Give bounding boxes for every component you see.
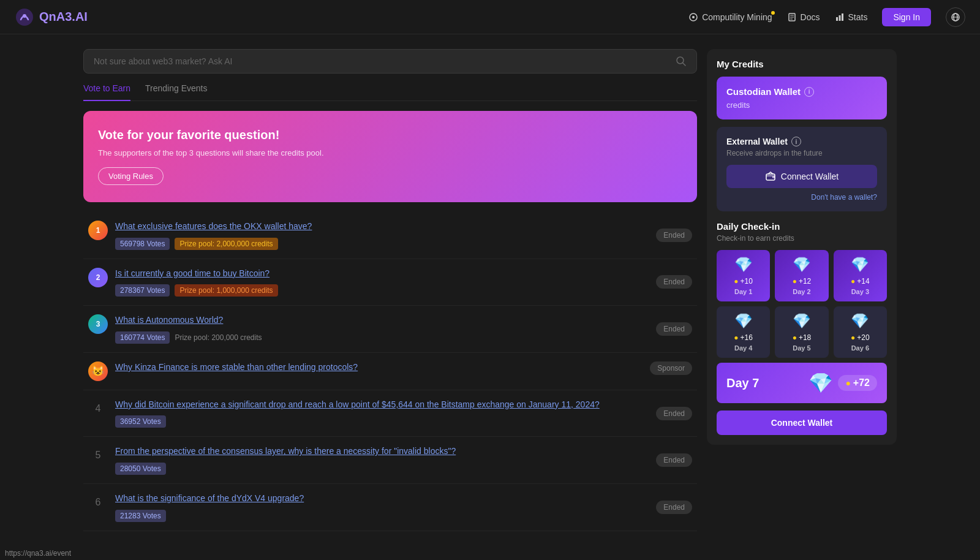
nav-stats[interactable]: Stats [835,12,868,22]
question-meta: 21283 Votes [115,510,692,522]
voting-rules-button[interactable]: Voting Rules [98,167,164,185]
checkin-grid: 💎 ● +10 Day 1 💎 ● +12 [717,250,887,358]
checkin-day-2[interactable]: 💎 ● +12 Day 2 [775,250,828,301]
votes-badge: 278367 Votes [115,284,170,297]
custodian-wallet-title: Custodian Wallet [726,86,801,97]
vote-banner: Vote for your favorite question! The sup… [83,111,697,202]
question-content: What exclusive features does the OKX wal… [115,221,692,250]
globe-button[interactable] [946,7,965,27]
question-content: What is Autonomous World? 160774 Votes P… [115,314,692,344]
tab-trending-events[interactable]: Trending Events [145,83,207,96]
connect-wallet-bottom-button[interactable]: Connect Wallet [717,411,887,435]
custodian-info-icon[interactable]: i [804,87,814,97]
wallet-icon [765,171,776,182]
checkin-day-label-5: Day 5 [793,344,810,352]
checkin-day-label-1: Day 1 [734,288,752,295]
crystal-icon-5: 💎 [793,312,811,330]
docs-icon [787,12,797,22]
banner-title: Vote for your favorite question! [98,128,682,142]
question-title[interactable]: From the perspective of the consensus la… [115,445,692,458]
tab-vote-to-earn[interactable]: Vote to Earn [83,83,130,101]
external-wallet-header: External Wallet i [726,137,877,146]
status-badge: Ended [656,453,692,467]
question-item: 6 What is the significance of the dYdX V… [83,484,697,531]
question-title[interactable]: Is it currently a good time to buy Bitco… [115,268,692,280]
checkin-reward-3: ● +14 [851,277,870,286]
tabs: Vote to Earn Trending Events [83,83,697,101]
crystal-icon-1: 💎 [734,256,753,273]
mining-icon [688,12,698,22]
rank-number: 4 [88,403,108,414]
connect-wallet-button[interactable]: Connect Wallet [726,165,877,188]
checkin-day-1[interactable]: 💎 ● +10 Day 1 [717,250,770,301]
search-bar [83,49,697,74]
search-input[interactable] [94,56,671,66]
logo-icon [15,7,34,27]
question-content: Why did Bitcoin experience a significant… [115,399,692,428]
crystal-icon-4: 💎 [734,312,753,330]
custodian-wallet-card: Custodian Wallet i credits [717,77,887,119]
credits-panel: My Credits Custodian Wallet i credits Ex… [707,49,897,445]
votes-badge: 160774 Votes [115,331,170,344]
question-title[interactable]: What exclusive features does the OKX wal… [115,221,692,233]
question-meta: 278367 Votes Prize pool: 1,000,000 credi… [115,284,692,297]
question-title[interactable]: What is Autonomous World? [115,314,692,327]
checkin-day-4[interactable]: 💎 ● +16 Day 4 [717,306,770,358]
checkin-reward-1: ● +10 [734,277,753,286]
question-content: What is the significance of the dYdX V4 … [115,493,692,522]
question-content: From the perspective of the consensus la… [115,445,692,475]
question-title[interactable]: What is the significance of the dYdX V4 … [115,493,692,505]
votes-badge: 28050 Votes [115,463,166,475]
dont-have-wallet-link[interactable]: Don't have a wallet? [726,193,877,202]
svg-rect-9 [839,15,840,21]
nav-mining-label: Computility Mining [702,12,772,22]
logo[interactable]: QnA3.AI [15,7,88,27]
rank-badge-6: 6 [88,493,108,512]
checkin-day-3[interactable]: 💎 ● +14 Day 3 [834,250,887,301]
day7-amount: ● +72 [838,375,877,391]
external-wallet-subtitle: Receive airdrops in the future [726,149,877,157]
banner-description: The supporters of the top 3 questions wi… [98,148,682,157]
medal-1: 1 [88,221,108,240]
status-badge: Ended [656,501,692,514]
coin-icon: ● [734,277,738,286]
daily-checkin-section: Daily Check-in Check-in to earn credits … [717,221,887,435]
header-nav: Computility Mining Docs Stats Sign In [688,7,965,27]
question-item: 1 What exclusive features does the OKX w… [83,212,697,259]
question-meta: 28050 Votes [115,463,692,475]
checkin-reward-2: ● +12 [793,277,812,286]
checkin-day-6[interactable]: 💎 ● +20 Day 6 [834,306,887,358]
external-info-icon[interactable]: i [791,137,801,146]
coin-icon: ● [851,277,855,286]
nav-mining[interactable]: Computility Mining [688,12,772,22]
question-item: 4 Why did Bitcoin experience a significa… [83,390,697,437]
question-title[interactable]: Why did Bitcoin experience a significant… [115,399,692,411]
nav-docs-label: Docs [801,12,820,22]
crystal-icon-6: 💎 [851,312,869,330]
checkin-day-7-card[interactable]: Day 7 💎 ● +72 [717,363,887,403]
checkin-day-5[interactable]: 💎 ● +18 Day 5 [775,306,828,358]
header: QnA3.AI Computility Mining Docs [0,0,980,34]
question-meta: 160774 Votes Prize pool: 200,000 credits [115,331,692,344]
rank-number: 6 [88,497,108,508]
svg-point-3 [692,16,695,18]
prize-badge: Prize pool: 2,000,000 credits [175,238,277,250]
sign-in-button[interactable]: Sign In [882,8,931,26]
status-badge: Ended [656,229,692,242]
checkin-day-label-4: Day 4 [734,344,752,352]
prize-badge: Prize pool: 1,000,000 credits [175,284,277,297]
coin-icon-7: ● [845,378,850,388]
day7-label: Day 7 [726,376,759,390]
external-wallet-card: External Wallet i Receive airdrops in th… [717,127,887,211]
custodian-credits-value: credits [726,100,877,110]
votes-badge: 569798 Votes [115,238,170,250]
question-item: 2 Is it currently a good time to buy Bit… [83,259,697,306]
right-column: My Credits Custodian Wallet i credits Ex… [707,49,897,531]
question-title[interactable]: Why Kinza Finance is more stable than ot… [115,361,692,374]
nav-docs[interactable]: Docs [787,12,820,22]
daily-checkin-title: Daily Check-in [717,221,887,232]
logo-text: QnA3.AI [39,10,88,24]
daily-checkin-subtitle: Check-in to earn credits [717,234,887,243]
crystal-icon-2: 💎 [793,256,811,273]
coin-icon: ● [793,277,797,286]
